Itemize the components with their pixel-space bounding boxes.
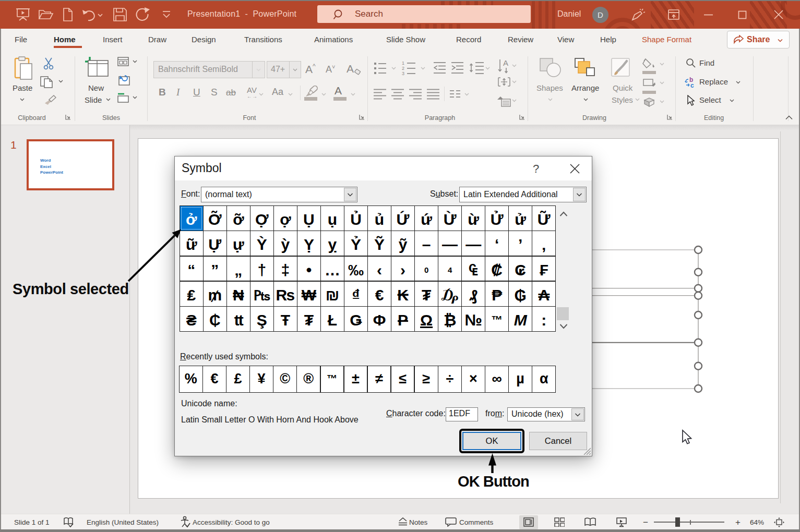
svg-text:2: 2 — [402, 66, 404, 71]
svg-text:A: A — [503, 58, 508, 67]
svg-text:3: 3 — [402, 71, 404, 76]
svg-text:1: 1 — [402, 61, 404, 66]
svg-text:c: c — [690, 82, 694, 88]
